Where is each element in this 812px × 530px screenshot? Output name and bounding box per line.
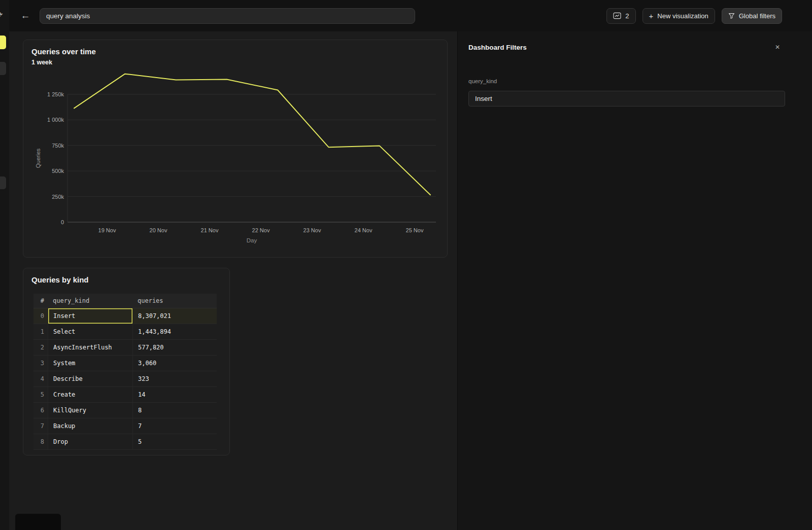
table-cell[interactable]: 323 [132, 371, 217, 386]
close-icon[interactable]: ✕ [775, 44, 780, 51]
rail-item[interactable] [0, 62, 6, 75]
visualization-count-button[interactable]: 2 [606, 8, 635, 24]
query-kind-filter-input[interactable] [468, 91, 785, 107]
y-tick-label: 0 [61, 219, 64, 225]
table-cell[interactable]: 14 [132, 387, 217, 402]
table-cell[interactable]: AsyncInsertFlush [48, 340, 132, 355]
table-title: Queries by kind [23, 268, 229, 284]
table-cell[interactable]: 8,307,021 [132, 308, 217, 324]
table-row: 1Select1,443,894 [33, 324, 217, 340]
x-tick-label: 21 Nov [201, 227, 219, 233]
x-axis-title: Day [247, 237, 257, 243]
x-tick-label: 19 Nov [98, 227, 116, 233]
y-tick-label: 250k [52, 194, 64, 200]
table-row: 4Describe323 [33, 371, 217, 387]
x-tick-label: 22 Nov [252, 227, 270, 233]
x-tick-label: 25 Nov [406, 227, 424, 233]
table-cell[interactable]: Describe [48, 371, 132, 386]
chart-line[interactable] [74, 74, 430, 195]
rail-item[interactable] [0, 176, 6, 189]
row-index-cell: 1 [33, 324, 48, 339]
table-cell[interactable]: Select [48, 324, 132, 339]
table-cell[interactable]: Backup [48, 418, 132, 434]
queries-chart-svg: 0250k500k750k1 000k1 250k19 Nov20 Nov21 … [23, 68, 448, 251]
row-index-cell: 2 [33, 340, 48, 355]
row-index-cell: 3 [33, 356, 48, 371]
funnel-icon [728, 13, 735, 19]
row-index-cell: 4 [33, 371, 48, 386]
chart-title: Queries over time [23, 40, 447, 56]
row-index-cell: 7 [33, 418, 48, 434]
new-visualization-button[interactable]: + New visualization [642, 8, 715, 24]
table-cell[interactable]: 1,443,894 [132, 324, 217, 339]
row-index-cell: 0 [33, 308, 48, 324]
topbar-actions: 2 + New visualization Global filters [606, 8, 782, 24]
dashboard-title-input[interactable] [40, 8, 415, 24]
x-tick-label: 24 Nov [355, 227, 373, 233]
table-cell[interactable]: Create [48, 387, 132, 402]
left-rail: ⟳ [0, 0, 9, 530]
x-tick-label: 23 Nov [303, 227, 321, 233]
query-kind-table: #query_kindqueries 0Insert8,307,0211Sele… [33, 294, 217, 450]
column-header[interactable]: # [33, 294, 48, 308]
dashboard-filters-panel: Dashboard Filters ✕ query_kind [457, 31, 812, 530]
table-cell[interactable]: 3,060 [132, 356, 217, 371]
table-cell[interactable]: System [48, 356, 132, 371]
new-visualization-label: New visualization [657, 12, 708, 20]
table-cell[interactable]: 7 [132, 418, 217, 434]
table-row: 5Create14 [33, 387, 217, 403]
y-tick-label: 1 250k [47, 91, 64, 97]
queries-by-kind-card[interactable]: Queries by kind #query_kindqueries 0Inse… [23, 268, 230, 455]
query-kind-table-body: 0Insert8,307,0211Select1,443,8942AsyncIn… [33, 308, 217, 450]
filters-panel-title: Dashboard Filters [468, 44, 527, 51]
column-header[interactable]: query_kind [48, 294, 132, 308]
table-row: 2AsyncInsertFlush577,820 [33, 340, 217, 356]
back-button[interactable]: ← [18, 9, 32, 23]
table-cell[interactable]: Drop [48, 434, 132, 449]
column-header[interactable]: queries [132, 294, 217, 308]
table-cell[interactable]: KillQuery [48, 403, 132, 418]
queries-over-time-card[interactable]: Queries over time 1 week 0250k500k750k1 … [23, 40, 448, 258]
bottom-left-overlay [15, 514, 61, 530]
row-index-cell: 8 [33, 434, 48, 449]
visualization-count: 2 [625, 12, 629, 20]
row-index-cell: 5 [33, 387, 48, 402]
x-tick-label: 20 Nov [150, 227, 167, 233]
y-tick-label: 1 000k [47, 117, 64, 123]
table-row: 0Insert8,307,021 [33, 308, 217, 324]
filter-field-label: query_kind [468, 78, 497, 84]
table-row: 3System3,060 [33, 356, 217, 371]
table-cell[interactable]: 577,820 [132, 340, 217, 355]
refresh-icon[interactable]: ⟳ [0, 10, 3, 19]
table-cell[interactable]: 5 [132, 434, 217, 449]
visualizations-icon [613, 12, 621, 19]
row-index-cell: 6 [33, 403, 48, 418]
rail-item-active[interactable] [0, 36, 6, 49]
table-cell[interactable]: Insert [48, 308, 132, 324]
table-row: 6KillQuery8 [33, 403, 217, 418]
table-header-row: #query_kindqueries [33, 294, 217, 308]
top-bar: ← 2 + New visualization Global filters [0, 0, 812, 31]
plus-icon: + [649, 12, 654, 20]
table-row: 8Drop5 [33, 434, 217, 450]
y-axis-title: Queries [35, 148, 41, 168]
table-row: 7Backup7 [33, 418, 217, 434]
table-cell[interactable]: 8 [132, 403, 217, 418]
dashboard-canvas: Queries over time 1 week 0250k500k750k1 … [9, 31, 457, 530]
global-filters-button[interactable]: Global filters [722, 8, 782, 24]
chart-subtitle: 1 week [23, 56, 447, 66]
global-filters-label: Global filters [739, 12, 775, 20]
y-tick-label: 500k [52, 168, 64, 174]
back-arrow-icon: ← [21, 10, 30, 21]
y-tick-label: 750k [52, 143, 64, 149]
